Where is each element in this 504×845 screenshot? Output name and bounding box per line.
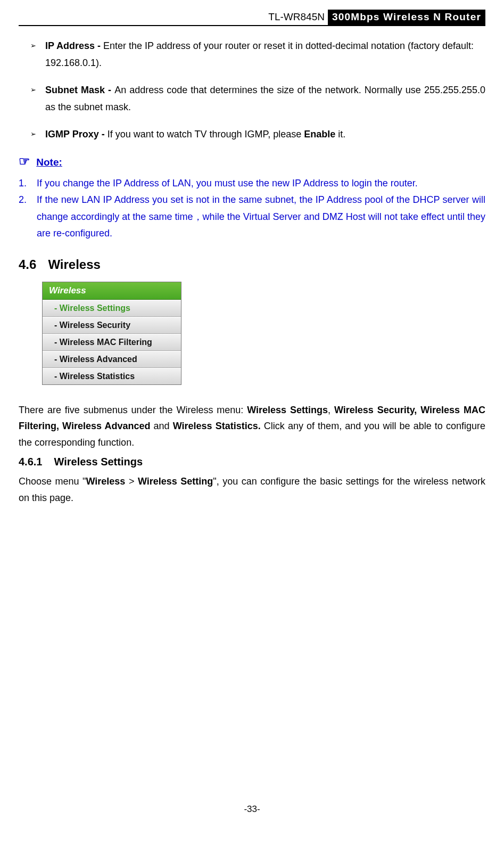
para-bold: Wireless Statistics. bbox=[173, 421, 261, 431]
term-label: Subnet Mask - bbox=[45, 85, 114, 95]
section-heading: 4.6Wireless bbox=[19, 257, 485, 272]
note-number: 1. bbox=[19, 175, 27, 192]
term-label: IGMP Proxy - bbox=[45, 129, 108, 140]
subsection-number: 4.6.1 bbox=[19, 456, 42, 468]
header-model: TL-WR845N bbox=[267, 10, 328, 25]
list-item: ➢ IGMP Proxy - If you want to watch TV t… bbox=[30, 126, 485, 143]
para-bold: Wireless Setting bbox=[138, 476, 213, 487]
pointing-hand-icon: ☞ bbox=[19, 154, 30, 168]
list-item: ➢ Subnet Mask - An address code that det… bbox=[30, 82, 485, 116]
term-text: If you want to watch TV through IGMP, pl… bbox=[108, 129, 304, 140]
term-text: it. bbox=[335, 129, 345, 140]
sidebar-menu: Wireless - Wireless Settings - Wireless … bbox=[42, 282, 181, 385]
submenu-paragraph: There are five submenus under the Wirele… bbox=[19, 402, 485, 451]
menu-item-wireless-settings[interactable]: - Wireless Settings bbox=[43, 300, 181, 317]
note-number: 2. bbox=[19, 192, 27, 209]
note-text: If you change the IP Address of LAN, you… bbox=[37, 178, 418, 188]
term-text: Enter the IP address of your router or r… bbox=[45, 40, 474, 68]
note-heading: ☞ Note: bbox=[19, 154, 485, 169]
triangle-bullet-icon: ➢ bbox=[30, 84, 36, 96]
term-label: IP Address - bbox=[45, 40, 103, 51]
para-text: , bbox=[328, 405, 334, 415]
note-list: 1.If you change the IP Address of LAN, y… bbox=[19, 175, 485, 242]
menu-item-wireless-statistics[interactable]: - Wireless Statistics bbox=[43, 368, 181, 384]
menu-header[interactable]: Wireless bbox=[43, 282, 181, 300]
para-text: > bbox=[125, 476, 138, 487]
para-text: Choose menu " bbox=[19, 476, 86, 487]
term-bold: Enable bbox=[304, 129, 335, 140]
page-header: TL-WR845N 300Mbps Wireless N Router bbox=[19, 10, 485, 26]
para-text: and bbox=[150, 421, 172, 431]
subsection-title: Wireless Settings bbox=[54, 456, 143, 467]
para-text: There are five submenus under the Wirele… bbox=[19, 405, 247, 415]
note-text: If the new LAN IP Address you set is not… bbox=[37, 194, 485, 239]
header-title: 300Mbps Wireless N Router bbox=[328, 10, 485, 25]
triangle-bullet-icon: ➢ bbox=[30, 128, 36, 141]
page-number: -33- bbox=[19, 804, 485, 815]
menu-item-wireless-advanced[interactable]: - Wireless Advanced bbox=[43, 351, 181, 368]
menu-item-wireless-security[interactable]: - Wireless Security bbox=[43, 317, 181, 334]
list-item: ➢ IP Address - Enter the IP address of y… bbox=[30, 38, 485, 71]
section-title: Wireless bbox=[48, 257, 101, 272]
subsection-heading: 4.6.1Wireless Settings bbox=[19, 456, 485, 468]
para-bold: Wireless bbox=[86, 476, 125, 487]
note-label: Note: bbox=[36, 157, 62, 168]
definition-list: ➢ IP Address - Enter the IP address of y… bbox=[19, 38, 485, 143]
menu-item-wireless-mac-filtering[interactable]: - Wireless MAC Filtering bbox=[43, 334, 181, 351]
triangle-bullet-icon: ➢ bbox=[30, 40, 36, 52]
subsection-paragraph: Choose menu "Wireless > Wireless Setting… bbox=[19, 473, 485, 506]
para-bold: Wireless Settings bbox=[247, 405, 328, 415]
note-item: 2.If the new LAN IP Address you set is n… bbox=[19, 192, 485, 242]
section-number: 4.6 bbox=[19, 257, 36, 272]
note-item: 1.If you change the IP Address of LAN, y… bbox=[19, 175, 485, 192]
